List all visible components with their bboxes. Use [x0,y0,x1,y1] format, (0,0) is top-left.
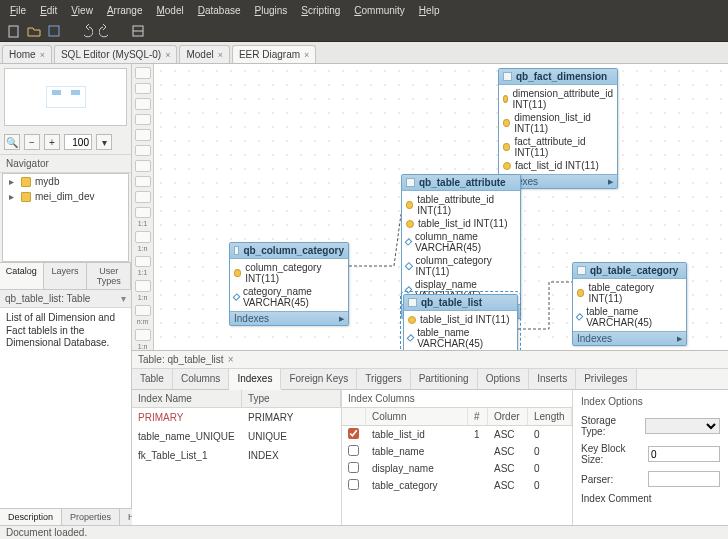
model-thumbnail[interactable] [4,68,127,126]
undo-icon[interactable] [78,23,94,39]
column-row[interactable]: column_category INT(11) [402,254,520,278]
index-column-row[interactable]: table_list_id1ASC0 [342,426,572,444]
menu-plugins[interactable]: Plugins [249,3,294,18]
tree-item-mei_dim_dev[interactable]: ▸mei_dim_dev [3,189,128,204]
idxcol-checkbox[interactable] [348,462,359,473]
entity-footer[interactable]: Indexes▶ [573,331,686,345]
close-icon[interactable]: × [40,50,45,60]
relation-1-n-tool[interactable] [135,329,151,341]
idxcol-checkbox[interactable] [348,479,359,490]
entity-footer[interactable]: Indexes▶ [230,311,348,325]
prop-tab-columns[interactable]: Columns [173,369,229,389]
note-tool-icon[interactable] [135,129,151,141]
close-icon[interactable]: × [218,50,223,60]
tab-home[interactable]: Home× [2,45,52,63]
description-body[interactable]: List of all Dimension and Fact tablels i… [0,308,131,508]
column-row[interactable]: table_attribute_id INT(11) [402,193,520,217]
prop-tab-table[interactable]: Table [132,369,173,389]
info-tab-description[interactable]: Description [0,509,62,525]
index-column-row[interactable]: table_nameASC0 [342,443,572,460]
prop-tab-inserts[interactable]: Inserts [529,369,576,389]
column-row[interactable]: dimension_list_id INT(11) [499,111,617,135]
relation-1-n-tool[interactable] [135,280,151,292]
table-tool-icon[interactable] [135,160,151,172]
prop-tab-partitioning[interactable]: Partitioning [411,369,478,389]
idxcol-checkbox[interactable] [348,445,359,456]
entity-tblcat[interactable]: qb_table_categorytable_category INT(11)t… [572,262,687,346]
navigator-tree[interactable]: ▸mydb▸mei_dim_dev [2,173,129,262]
nav-tab-catalog[interactable]: Catalog [0,263,44,289]
index-row[interactable]: PRIMARYPRIMARY [132,408,341,427]
zoom-input[interactable] [64,134,92,150]
column-row[interactable]: table_list_id INT(11) [404,313,517,326]
zoom-tool-icon[interactable]: 🔍 [4,134,20,150]
index-columns[interactable]: Index Columns Column # Order Length tabl… [342,390,573,525]
column-row[interactable]: table_list_id INT(11) [402,217,520,230]
pointer-tool-icon[interactable] [135,67,151,79]
index-row[interactable]: fk_Table_List_1INDEX [132,446,341,465]
menu-help[interactable]: Help [413,3,446,18]
prop-tab-options[interactable]: Options [478,369,529,389]
eraser-tool-icon[interactable] [135,98,151,110]
entity-header[interactable]: qb_fact_dimension [499,69,617,85]
prop-tab-privileges[interactable]: Privileges [576,369,636,389]
hand-tool-icon[interactable] [135,83,151,95]
prop-tab-foreign-keys[interactable]: Foreign Keys [281,369,357,389]
tab-sql-editor-mysql-0-[interactable]: SQL Editor (MySQL-0)× [54,45,177,63]
tree-item-mydb[interactable]: ▸mydb [3,174,128,189]
menu-community[interactable]: Community [348,3,411,18]
info-tab-properties[interactable]: Properties [62,509,120,525]
parser-input[interactable] [648,471,720,487]
zoom-dropdown-icon[interactable]: ▾ [96,134,112,150]
relation-n-m-tool[interactable] [135,305,151,317]
entity-header[interactable]: qb_table_category [573,263,686,279]
close-icon[interactable]: × [165,50,170,60]
storage-type-select[interactable] [645,418,720,434]
column-row[interactable]: column_name VARCHAR(45) [402,230,520,254]
entity-header[interactable]: qb_table_list [404,295,517,311]
tab-model[interactable]: Model× [179,45,230,63]
layout-icon[interactable] [130,23,146,39]
relation-1-1-tool[interactable] [135,207,151,219]
index-row[interactable]: table_name_UNIQUEUNIQUE [132,427,341,446]
layer-tool-icon[interactable] [135,114,151,126]
entity-header[interactable]: qb_table_attribute [402,175,520,191]
view-tool-icon[interactable] [135,176,151,188]
save-icon[interactable] [46,23,62,39]
column-row[interactable]: column_category INT(11) [230,261,348,285]
key-block-size-input[interactable] [648,446,720,462]
prop-close-icon[interactable]: × [228,354,234,365]
menu-file[interactable]: File [4,3,32,18]
entity-fact_dim[interactable]: qb_fact_dimensiondimension_attribute_id … [498,68,618,189]
open-folder-icon[interactable] [26,23,42,39]
menu-edit[interactable]: Edit [34,3,63,18]
routine-tool-icon[interactable] [135,191,151,203]
relation-1-1-tool[interactable] [135,256,151,268]
eer-canvas[interactable]: qb_fact_dimensiondimension_attribute_id … [154,64,728,350]
index-column-row[interactable]: display_nameASC0 [342,460,572,477]
zoom-in-button[interactable]: + [44,134,60,150]
entity-tbllist[interactable]: qb_table_listtable_list_id INT(11)table_… [403,294,518,350]
index-column-row[interactable]: table_categoryASC0 [342,477,572,494]
zoom-out-button[interactable]: − [24,134,40,150]
menu-model[interactable]: Model [150,3,189,18]
redo-icon[interactable] [98,23,114,39]
idxcol-checkbox[interactable] [348,428,359,439]
tab-eer-diagram[interactable]: EER Diagram× [232,45,316,63]
prop-tab-indexes[interactable]: Indexes [229,369,281,390]
desc-dropdown-icon[interactable]: ▾ [121,293,126,304]
column-row[interactable]: fact_attribute_id INT(11) [499,135,617,159]
menu-scripting[interactable]: Scripting [295,3,346,18]
close-icon[interactable]: × [304,50,309,60]
menu-database[interactable]: Database [192,3,247,18]
menu-arrange[interactable]: Arrange [101,3,149,18]
column-row[interactable]: table_name VARCHAR(45) [573,305,686,329]
column-row[interactable]: category_name VARCHAR(45) [230,285,348,309]
column-row[interactable]: table_category INT(11) [573,281,686,305]
image-tool-icon[interactable] [135,145,151,157]
column-row[interactable]: fact_list_id INT(11) [499,159,617,172]
new-file-icon[interactable] [6,23,22,39]
nav-tab-user-types[interactable]: User Types [87,263,131,289]
entity-header[interactable]: qb_column_category [230,243,348,259]
index-list[interactable]: Index Name Type PRIMARYPRIMARYtable_name… [132,390,342,525]
